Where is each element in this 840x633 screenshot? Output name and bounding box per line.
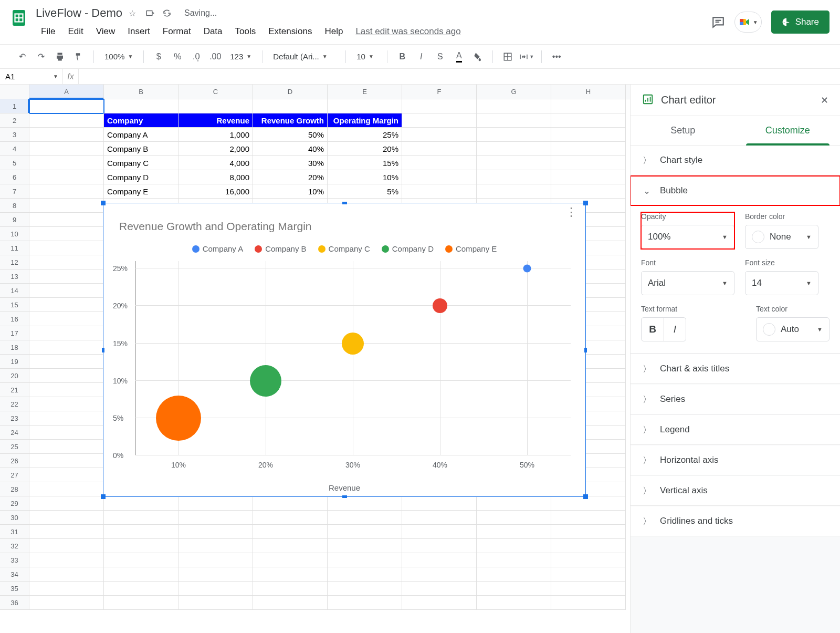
section-chart-axis-titles[interactable]: 〉Chart & axis titles bbox=[631, 354, 840, 383]
cell[interactable]: 2,000 bbox=[178, 142, 253, 156]
row-header[interactable]: 19 bbox=[0, 355, 29, 369]
cell[interactable] bbox=[29, 227, 104, 241]
cell[interactable] bbox=[551, 170, 626, 184]
opacity-dropdown[interactable]: 100%▼ bbox=[641, 225, 734, 249]
cell[interactable]: Company A bbox=[104, 128, 178, 142]
cell[interactable] bbox=[402, 170, 477, 184]
cell[interactable]: Company E bbox=[104, 184, 178, 199]
cell[interactable] bbox=[29, 482, 104, 496]
font-size-dropdown[interactable]: 10▼ bbox=[353, 52, 380, 61]
cell[interactable] bbox=[551, 184, 626, 199]
cell[interactable] bbox=[29, 567, 104, 582]
cell[interactable]: 10% bbox=[253, 184, 328, 199]
sheet-area[interactable]: ABCDEFGH 12CompanyRevenueRevenue GrowthO… bbox=[0, 85, 630, 633]
cell[interactable] bbox=[253, 553, 328, 567]
menu-file[interactable]: File bbox=[36, 24, 60, 39]
menu-edit[interactable]: Edit bbox=[62, 24, 88, 39]
cell[interactable] bbox=[29, 199, 104, 213]
row-header[interactable]: 15 bbox=[0, 298, 29, 312]
border-color-dropdown[interactable]: None▼ bbox=[745, 225, 818, 249]
cell[interactable] bbox=[477, 553, 551, 567]
cell[interactable]: 25% bbox=[328, 128, 402, 142]
row-header[interactable]: 1 bbox=[0, 99, 29, 113]
section-vertical-axis[interactable]: 〉Vertical axis bbox=[631, 476, 840, 505]
cell[interactable] bbox=[477, 525, 551, 539]
cell[interactable] bbox=[178, 99, 253, 113]
cell[interactable] bbox=[29, 156, 104, 170]
cell[interactable] bbox=[402, 184, 477, 199]
more-button[interactable]: ••• bbox=[549, 49, 564, 64]
cell[interactable] bbox=[29, 582, 104, 596]
row-header[interactable]: 8 bbox=[0, 199, 29, 213]
cell[interactable] bbox=[29, 142, 104, 156]
row-header[interactable]: 28 bbox=[0, 482, 29, 496]
cell[interactable] bbox=[402, 582, 477, 596]
cell[interactable] bbox=[551, 567, 626, 582]
cell[interactable]: 40% bbox=[253, 142, 328, 156]
cell[interactable] bbox=[402, 525, 477, 539]
row-header[interactable]: 16 bbox=[0, 312, 29, 326]
cell[interactable]: 30% bbox=[253, 156, 328, 170]
zoom-dropdown[interactable]: 100%▼ bbox=[101, 52, 136, 61]
redo-button[interactable]: ↷ bbox=[34, 49, 48, 64]
col-header-E[interactable]: E bbox=[328, 85, 402, 99]
cell[interactable]: 8,000 bbox=[178, 170, 253, 184]
cell[interactable] bbox=[402, 567, 477, 582]
name-box[interactable]: A1▼ bbox=[0, 69, 63, 84]
cell[interactable] bbox=[104, 567, 178, 582]
cell[interactable] bbox=[253, 496, 328, 511]
cell[interactable] bbox=[29, 468, 104, 482]
cell[interactable] bbox=[104, 539, 178, 553]
cell[interactable] bbox=[29, 496, 104, 511]
cell[interactable] bbox=[551, 142, 626, 156]
cell[interactable]: 20% bbox=[253, 170, 328, 184]
cell[interactable] bbox=[29, 397, 104, 411]
col-header-F[interactable]: F bbox=[402, 85, 477, 99]
section-horizontal-axis[interactable]: 〉Horizontal axis bbox=[631, 445, 840, 475]
row-header[interactable]: 12 bbox=[0, 255, 29, 269]
row-header[interactable]: 35 bbox=[0, 582, 29, 596]
row-header[interactable]: 21 bbox=[0, 383, 29, 397]
cell[interactable] bbox=[551, 582, 626, 596]
row-header[interactable]: 14 bbox=[0, 284, 29, 298]
row-header[interactable]: 18 bbox=[0, 340, 29, 355]
cell[interactable] bbox=[402, 511, 477, 525]
cell[interactable] bbox=[402, 156, 477, 170]
cell[interactable] bbox=[29, 525, 104, 539]
cell[interactable]: Operating Margin bbox=[328, 113, 402, 128]
row-header[interactable]: 23 bbox=[0, 411, 29, 426]
cell[interactable] bbox=[29, 113, 104, 128]
row-header[interactable]: 22 bbox=[0, 397, 29, 411]
cell[interactable] bbox=[178, 567, 253, 582]
cell[interactable]: 50% bbox=[253, 128, 328, 142]
tab-setup[interactable]: Setup bbox=[631, 116, 736, 145]
row-header[interactable]: 34 bbox=[0, 567, 29, 582]
cell[interactable] bbox=[29, 284, 104, 298]
cell[interactable]: Company D bbox=[104, 170, 178, 184]
menu-help[interactable]: Help bbox=[319, 24, 348, 39]
cell[interactable] bbox=[29, 553, 104, 567]
cell[interactable] bbox=[104, 525, 178, 539]
cell[interactable]: Company C bbox=[104, 156, 178, 170]
menu-format[interactable]: Format bbox=[158, 24, 196, 39]
cell[interactable] bbox=[178, 511, 253, 525]
cell[interactable] bbox=[253, 511, 328, 525]
number-format-dropdown[interactable]: 123▼ bbox=[227, 52, 255, 61]
cell[interactable] bbox=[29, 454, 104, 468]
cell[interactable] bbox=[402, 113, 477, 128]
menu-insert[interactable]: Insert bbox=[122, 24, 155, 39]
row-header[interactable]: 20 bbox=[0, 369, 29, 383]
row-header[interactable]: 36 bbox=[0, 596, 29, 610]
cell[interactable] bbox=[178, 496, 253, 511]
cell[interactable] bbox=[29, 355, 104, 369]
col-header-B[interactable]: B bbox=[104, 85, 178, 99]
bold-toggle[interactable]: B bbox=[642, 318, 664, 341]
cell[interactable] bbox=[551, 99, 626, 113]
row-header[interactable]: 17 bbox=[0, 326, 29, 340]
menu-extensions[interactable]: Extensions bbox=[263, 24, 317, 39]
cell[interactable] bbox=[551, 511, 626, 525]
row-header[interactable]: 25 bbox=[0, 440, 29, 454]
cell[interactable]: 10% bbox=[328, 170, 402, 184]
section-gridlines[interactable]: 〉Gridlines and ticks bbox=[631, 506, 840, 536]
cell[interactable] bbox=[551, 525, 626, 539]
